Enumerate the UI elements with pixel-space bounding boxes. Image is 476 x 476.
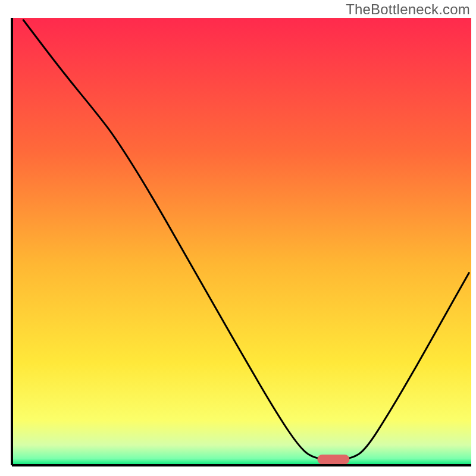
chart-svg [0,0,476,476]
watermark-label: TheBottleneck.com [346,1,470,18]
chart-background [12,18,471,465]
chart-container: TheBottleneck.com [0,0,476,476]
optimal-marker [317,455,349,465]
